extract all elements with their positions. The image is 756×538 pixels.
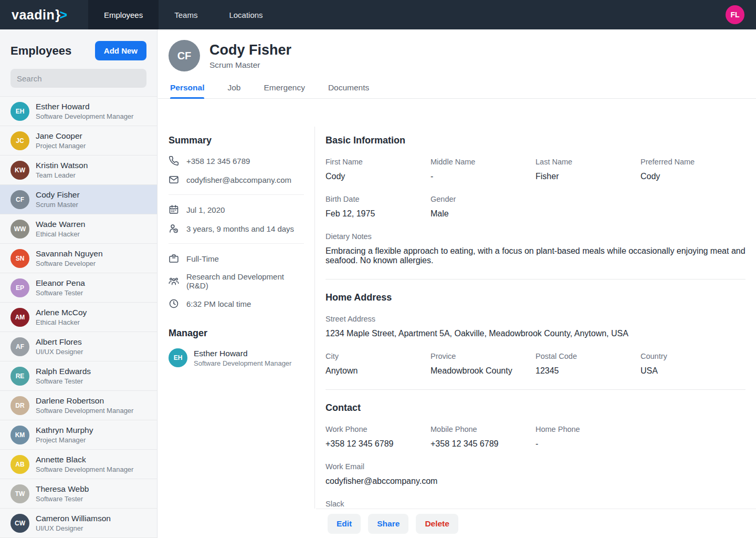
employee-list-item[interactable]: AM Arlene McCoy Ethical Hacker xyxy=(0,303,157,332)
profile-tab[interactable]: Personal xyxy=(170,79,204,98)
field-label: Country xyxy=(640,352,746,360)
employee-name: Eleanor Pena xyxy=(36,278,85,288)
employee-text: Annette Black Software Development Manag… xyxy=(36,455,133,473)
summary-dates-group: Jul 1, 2020 3 years, 9 months and 14 day… xyxy=(169,195,304,244)
employee-list-item[interactable]: RE Ralph Edwards Software Tester xyxy=(0,361,157,391)
employee-role: Ethical Hacker xyxy=(36,318,87,326)
employee-text: Esther Howard Software Development Manag… xyxy=(36,102,133,120)
employee-list-item[interactable]: SN Savannah Nguyen Software Developer xyxy=(0,244,157,273)
employee-detail-panel: CF Cody Fisher Scrum Master Personal Job… xyxy=(158,29,756,538)
employee-role: Scrum Master xyxy=(36,201,80,209)
employee-avatar: AB xyxy=(10,455,29,474)
current-user-avatar[interactable]: FL xyxy=(726,5,744,24)
profile-tab[interactable]: Documents xyxy=(328,79,369,98)
summary-start-date: Jul 1, 2020 xyxy=(186,205,225,214)
profile-tab[interactable]: Job xyxy=(227,79,240,98)
employee-name: Cody Fisher xyxy=(36,190,80,200)
employee-role: Ethical Hacker xyxy=(36,230,85,238)
employee-list-item[interactable]: EP Eleanor Pena Software Tester xyxy=(0,273,157,303)
manager-name: Esther Howard xyxy=(194,349,291,358)
employee-role: Software Tester xyxy=(36,495,89,503)
summary-contact-group: +358 12 345 6789 codyfisher@abccompany.c… xyxy=(169,146,304,195)
field-label: Dietary Notes xyxy=(326,232,746,241)
field-value: Cody xyxy=(326,172,430,181)
search-input[interactable] xyxy=(10,69,146,88)
employee-role: Software Development Manager xyxy=(36,407,133,415)
basic-information-grid: First Name Cody Middle Name - Last Name … xyxy=(326,158,746,219)
employee-list-item[interactable]: EH Esther Howard Software Development Ma… xyxy=(0,97,157,126)
employee-list-item[interactable]: CW Cameron Williamson UI/UX Designer xyxy=(0,509,157,538)
edit-button[interactable]: Edit xyxy=(328,514,361,534)
employee-list-item[interactable]: AF Albert Flores UI/UX Designer xyxy=(0,332,157,361)
action-bar: Edit Share Delete xyxy=(316,509,756,538)
nav-item[interactable]: Locations xyxy=(213,0,278,29)
field-value: Fisher xyxy=(536,172,640,181)
employee-name: Wade Warren xyxy=(36,220,85,229)
employee-avatar: KW xyxy=(10,161,29,180)
field-label: Work Email xyxy=(326,462,746,471)
employee-avatar: RE xyxy=(10,367,29,386)
employee-text: Kristin Watson Team Leader xyxy=(36,161,88,179)
nav-item[interactable]: Teams xyxy=(159,0,213,29)
employee-text: Albert Flores UI/UX Designer xyxy=(36,337,83,356)
summary-email: codyfisher@abccompany.com xyxy=(186,175,291,184)
employee-list-item[interactable]: DR Darlene Robertson Software Developmen… xyxy=(0,391,157,420)
employee-list-item[interactable]: WW Wade Warren Ethical Hacker xyxy=(0,214,157,244)
employee-name: Theresa Webb xyxy=(36,484,89,494)
employee-list-item[interactable]: KM Kathryn Murphy Project Manager xyxy=(0,420,157,450)
employee-list-item[interactable]: CF Cody Fisher Scrum Master xyxy=(0,185,157,214)
employee-name: Kathryn Murphy xyxy=(36,426,93,435)
employee-role: Software Tester xyxy=(36,289,85,297)
manager-avatar: EH xyxy=(169,348,187,367)
employee-list-item[interactable]: AB Annette Black Software Development Ma… xyxy=(0,450,157,479)
manager-card[interactable]: EH Esther Howard Software Development Ma… xyxy=(169,348,304,367)
employee-name: Kristin Watson xyxy=(36,161,88,170)
employee-text: Wade Warren Ethical Hacker xyxy=(36,220,85,238)
summary-department-row: Research and Development (R&D) xyxy=(169,272,304,290)
employee-role: Software Development Manager xyxy=(36,112,133,120)
sidebar-title: Employees xyxy=(10,44,71,58)
profile-header: CF Cody Fisher Scrum Master xyxy=(158,29,756,71)
profile-tab[interactable]: Emergency xyxy=(264,79,304,98)
employee-avatar: DR xyxy=(10,396,29,415)
detail-column: Basic Information First Name Cody Middle… xyxy=(315,127,756,509)
employee-avatar: CF xyxy=(10,190,29,209)
field-value: Embracing a flexible approach to eating,… xyxy=(326,246,746,265)
field: Middle Name - xyxy=(430,158,536,181)
employee-list-item[interactable]: JC Jane Cooper Project Manager xyxy=(0,126,157,156)
employee-text: Kathryn Murphy Project Manager xyxy=(36,426,93,444)
field: Preferred Name Cody xyxy=(640,158,746,181)
field-label: Work Phone xyxy=(326,425,430,433)
profile-content: Summary +358 12 345 6789 codyfisher@abcc… xyxy=(158,127,756,509)
contact-section: Contact Work Phone +358 12 345 6789 Mobi… xyxy=(326,402,746,509)
sidebar-header: Employees Add New xyxy=(0,29,157,96)
summary-title: Summary xyxy=(169,135,304,146)
field-label: Provice xyxy=(430,352,536,360)
field-value: 12345 xyxy=(536,366,640,376)
add-new-button[interactable]: Add New xyxy=(95,41,146,60)
delete-button[interactable]: Delete xyxy=(416,514,458,534)
employee-name: Albert Flores xyxy=(36,337,83,347)
phone-icon xyxy=(169,156,179,166)
logo-text: vaadin xyxy=(12,7,55,23)
profile-tab-label: Job xyxy=(227,83,240,92)
employee-text: Cody Fisher Scrum Master xyxy=(36,190,80,209)
field-label: Slack xyxy=(326,500,746,508)
vaadin-logo: vaadin}> xyxy=(0,0,88,29)
employee-list-item[interactable]: TW Theresa Webb Software Tester xyxy=(0,479,157,509)
employee-role: Project Manager xyxy=(36,142,86,150)
employee-name: Ralph Edwards xyxy=(36,367,91,376)
employee-name: Annette Black xyxy=(36,455,133,464)
main-nav: Employees Teams Locations xyxy=(88,0,279,29)
field: Last Name Fisher xyxy=(536,158,640,181)
employee-role: Software Developer xyxy=(36,260,103,267)
field: Gender Male xyxy=(430,195,536,219)
profile-tab-label: Documents xyxy=(328,83,369,92)
employee-role: Team Leader xyxy=(36,171,88,179)
nav-item[interactable]: Employees xyxy=(88,0,159,29)
contact-grid: Work Phone +358 12 345 6789 Mobile Phone… xyxy=(326,425,746,449)
employee-list-item[interactable]: KW Kristin Watson Team Leader xyxy=(0,156,157,185)
team-icon xyxy=(169,276,179,286)
employee-avatar: EP xyxy=(10,278,29,297)
share-button[interactable]: Share xyxy=(368,514,408,534)
